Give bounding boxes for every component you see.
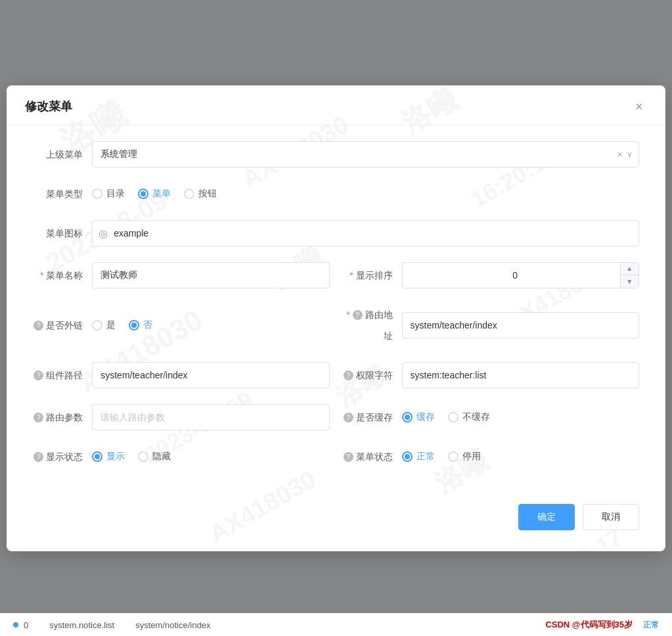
external-route-row: ?是否外链 是 否 [33,304,639,346]
permission-input[interactable] [402,362,639,388]
is-cache-col: ?是否缓存 缓存 不缓存 [343,407,639,428]
dialog-header: 修改菜单 × [7,85,665,125]
cache-yes[interactable]: 缓存 [402,411,435,423]
help-icon-permission[interactable]: ? [344,371,353,380]
menu-type-radio-group: 目录 菜单 按钮 [92,188,639,200]
radio-cache-yes-label: 缓存 [416,411,435,423]
help-icon-component[interactable]: ? [34,371,43,380]
display-order-input[interactable] [402,262,639,288]
menu-name-input[interactable] [92,262,329,288]
parent-menu-select[interactable]: 系统管理 × ∨ [92,141,639,168]
route-address-label: ?路由地址 [343,304,402,346]
menu-name-label: 菜单名称 [33,265,92,286]
parent-menu-label: 上级菜单 [33,144,92,165]
is-external-label: ?是否外链 [33,315,92,336]
radio-disabled-label: 停用 [462,451,481,463]
help-icon-external[interactable]: ? [34,321,43,330]
select-icons: × ∨ [617,149,633,160]
radio-show-label: 显示 [106,451,125,463]
radio-ext-yes-label: 是 [106,319,116,331]
menu-type-button[interactable]: 按钮 [184,188,217,200]
dialog-inner: 修改菜单 × 上级菜单 系统管理 × ∨ [7,85,665,535]
close-button[interactable]: × [631,99,647,114]
cache-no[interactable]: 不缓存 [448,411,490,423]
radio-normal-circle [402,451,413,462]
arrow-down-icon[interactable]: ∨ [627,150,633,159]
menu-icon-label: 菜单图标 [33,223,92,244]
status-normal-badge: 正常 [643,620,659,631]
csdn-badge: CSDN @代码写到35岁 [545,619,633,631]
confirm-button[interactable]: 确定 [518,504,575,530]
menu-type-directory[interactable]: 目录 [92,188,125,200]
is-cache-label: ?是否缓存 [343,407,402,428]
radio-menu-circle [138,189,148,199]
status-disabled[interactable]: 停用 [448,451,481,463]
bottom-bar: 0 system.notice.list system/notice/index… [0,613,672,636]
status-normal[interactable]: 正常 [402,451,435,463]
display-hide[interactable]: 隐藏 [138,451,171,463]
is-cache-radio-group: 缓存 不缓存 [402,411,639,423]
help-icon-display[interactable]: ? [34,452,43,462]
spinner-down-button[interactable]: ▼ [621,275,638,288]
radio-ext-no-label: 否 [143,319,152,331]
help-icon-menu-status[interactable]: ? [344,452,353,462]
component-path-col: ?组件路径 [33,362,329,388]
display-order-col: 显示排序 ▲ ▼ [343,262,639,288]
edit-menu-dialog: 洛曦 AX418030 洛曦 16:20:17 2023-08-09 洛曦 AX… [7,85,665,551]
radio-cache-yes-circle [402,412,413,422]
radio-normal-label: 正常 [416,451,435,463]
status-dot-1 [13,622,18,627]
menu-status-label: ?菜单状态 [343,446,402,467]
help-icon-route[interactable]: ? [353,310,363,320]
display-menu-status-row: ?显示状态 显示 隐藏 [33,446,639,467]
clear-icon[interactable]: × [617,149,623,160]
external-yes[interactable]: 是 [92,319,116,331]
radio-ext-no-circle [129,320,139,330]
menu-icon-input-wrap: ◎ [92,220,639,246]
radio-menu-label: 菜单 [152,188,171,200]
menu-type-menu[interactable]: 菜单 [138,188,171,200]
route-params-col: ?路由参数 [33,404,329,430]
route-params-input[interactable] [92,404,329,430]
route-params-label: ?路由参数 [33,407,92,428]
parent-menu-value: 系统管理 [101,148,599,160]
menu-icon-input[interactable] [92,220,639,246]
permission-label: ?权限字符 [343,365,402,386]
cancel-button[interactable]: 取消 [583,504,639,530]
menu-type-row: 菜单类型 目录 菜单 按钮 [33,183,639,204]
help-icon-params[interactable]: ? [34,413,43,422]
radio-ext-yes-circle [92,320,102,330]
radio-cache-no-circle [448,412,459,422]
display-status-label: ?显示状态 [33,446,92,467]
external-no[interactable]: 否 [129,319,152,331]
dialog-body: 上级菜单 系统管理 × ∨ 菜单类型 [7,125,665,493]
parent-menu-select-wrap: 系统管理 × ∨ [92,141,639,168]
menu-name-col: 菜单名称 [33,262,329,288]
name-order-row: 菜单名称 显示排序 ▲ ▼ [33,262,639,288]
component-path-input[interactable] [92,362,329,388]
params-cache-row: ?路由参数 ?是否缓存 缓存 [33,404,639,430]
route-address-input[interactable] [402,312,639,338]
display-show[interactable]: 显示 [92,451,125,463]
radio-hide-label: 隐藏 [152,451,171,463]
menu-icon-row: 菜单图标 ◎ [33,220,639,246]
spinner-up-button[interactable]: ▲ [621,263,638,276]
bottom-item-2-text: system.notice.list [49,620,114,630]
dialog-footer: 确定 取消 [7,493,665,535]
is-external-col: ?是否外链 是 否 [33,315,329,336]
bottom-item-1: 0 [13,620,28,630]
bottom-item-1-text: 0 [24,620,28,630]
display-status-radio-group: 显示 隐藏 [92,451,329,463]
parent-menu-row: 上级菜单 系统管理 × ∨ [33,141,639,168]
permission-col: ?权限字符 [343,362,639,388]
bottom-item-3: system/notice/index [135,620,210,630]
radio-show-circle [92,451,102,462]
is-external-radio-group: 是 否 [92,319,329,331]
menu-status-col: ?菜单状态 正常 停用 [343,446,639,467]
radio-button-circle [184,189,194,199]
component-path-label: ?组件路径 [33,365,92,386]
radio-hide-circle [138,451,148,462]
radio-cache-no-label: 不缓存 [462,411,490,423]
radio-disabled-circle [448,451,459,462]
help-icon-cache[interactable]: ? [344,413,353,422]
